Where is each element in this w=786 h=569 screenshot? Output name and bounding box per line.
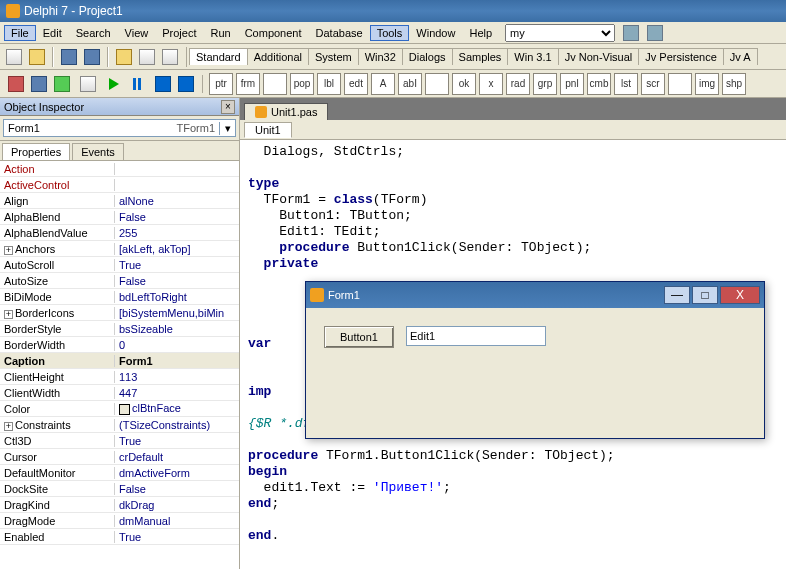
property-row[interactable]: DragKinddkDrag xyxy=(0,497,239,513)
component-pnl[interactable]: pnl xyxy=(560,73,584,95)
property-value[interactable]: (TSizeConstraints) xyxy=(115,419,239,431)
menu-view[interactable]: View xyxy=(118,25,156,41)
close-icon[interactable]: × xyxy=(221,100,235,114)
property-value[interactable]: dmManual xyxy=(115,515,239,527)
view-form-button[interactable] xyxy=(6,75,26,93)
palette-tab-jv-persistence[interactable]: Jv Persistence xyxy=(638,48,724,65)
property-row[interactable]: ActiveControl xyxy=(0,177,239,193)
property-value[interactable]: 113 xyxy=(115,371,239,383)
maximize-button[interactable]: □ xyxy=(692,286,718,304)
unit-tab[interactable]: Unit1 xyxy=(244,122,292,138)
property-row[interactable]: Ctl3DTrue xyxy=(0,433,239,449)
property-value[interactable]: 0 xyxy=(115,339,239,351)
chevron-down-icon[interactable]: ▾ xyxy=(219,122,235,135)
add-file-button[interactable] xyxy=(137,48,157,66)
menu-edit[interactable]: Edit xyxy=(36,25,69,41)
tab-properties[interactable]: Properties xyxy=(2,143,70,160)
property-row[interactable]: AutoSizeFalse xyxy=(0,273,239,289)
component-rad[interactable]: rad xyxy=(506,73,530,95)
form-designer-window[interactable]: Form1 — □ X Button1 Edit1 xyxy=(305,281,765,439)
open-project-button[interactable] xyxy=(114,48,134,66)
property-value[interactable]: [akLeft, akTop] xyxy=(115,243,239,255)
menu-component[interactable]: Component xyxy=(238,25,309,41)
property-row[interactable]: ClientWidth447 xyxy=(0,385,239,401)
toolbar-icon-2[interactable] xyxy=(645,24,665,42)
menu-project[interactable]: Project xyxy=(155,25,203,41)
toolbar-combo[interactable]: my xyxy=(505,24,615,42)
remove-file-button[interactable] xyxy=(160,48,180,66)
edit1-control[interactable]: Edit1 xyxy=(406,326,546,346)
save-all-button[interactable] xyxy=(82,48,102,66)
property-row[interactable]: DragModedmManual xyxy=(0,513,239,529)
toolbar-icon-1[interactable] xyxy=(621,24,641,42)
property-row[interactable]: DefaultMonitordmActiveForm xyxy=(0,465,239,481)
component-menu[interactable] xyxy=(263,73,287,95)
property-row[interactable]: +Constraints(TSizeConstraints) xyxy=(0,417,239,433)
property-row[interactable]: Action xyxy=(0,161,239,177)
tab-events[interactable]: Events xyxy=(72,143,124,160)
property-value[interactable]: Form1 xyxy=(115,355,239,367)
property-row[interactable]: AlphaBlendValue255 xyxy=(0,225,239,241)
open-button[interactable] xyxy=(27,48,47,66)
new-form-button[interactable] xyxy=(78,75,98,93)
component-ptr[interactable]: ptr xyxy=(209,73,233,95)
palette-tab-additional[interactable]: Additional xyxy=(247,48,309,65)
component-shp[interactable]: shp xyxy=(722,73,746,95)
property-row[interactable]: BorderStylebsSizeable xyxy=(0,321,239,337)
component-btn1[interactable] xyxy=(425,73,449,95)
component-scr2[interactable] xyxy=(668,73,692,95)
component-img[interactable]: img xyxy=(695,73,719,95)
component-edt[interactable]: edt xyxy=(344,73,368,95)
property-row[interactable]: DockSiteFalse xyxy=(0,481,239,497)
property-value[interactable]: 255 xyxy=(115,227,239,239)
close-button[interactable]: X xyxy=(720,286,760,304)
button1-control[interactable]: Button1 xyxy=(324,326,394,348)
expand-icon[interactable]: + xyxy=(4,246,13,255)
form-titlebar[interactable]: Form1 — □ X xyxy=(306,282,764,308)
property-value[interactable]: dmActiveForm xyxy=(115,467,239,479)
menu-help[interactable]: Help xyxy=(462,25,499,41)
menu-window[interactable]: Window xyxy=(409,25,462,41)
component-x[interactable]: x xyxy=(479,73,503,95)
property-row[interactable]: EnabledTrue xyxy=(0,529,239,545)
menu-database[interactable]: Database xyxy=(309,25,370,41)
property-row[interactable]: AutoScrollTrue xyxy=(0,257,239,273)
new-button[interactable] xyxy=(4,48,24,66)
palette-tab-samples[interactable]: Samples xyxy=(452,48,509,65)
property-value[interactable]: bdLeftToRight xyxy=(115,291,239,303)
property-value[interactable]: True xyxy=(115,531,239,543)
property-value[interactable]: clBtnFace xyxy=(115,402,239,415)
component-pop[interactable]: pop xyxy=(290,73,314,95)
property-value[interactable]: True xyxy=(115,435,239,447)
property-value[interactable]: dkDrag xyxy=(115,499,239,511)
property-row[interactable]: AlphaBlendFalse xyxy=(0,209,239,225)
view-unit-button[interactable] xyxy=(29,75,49,93)
toggle-form-button[interactable] xyxy=(52,75,72,93)
component-grp[interactable]: grp xyxy=(533,73,557,95)
property-value[interactable]: alNone xyxy=(115,195,239,207)
component-A[interactable]: A xyxy=(371,73,395,95)
menu-search[interactable]: Search xyxy=(69,25,118,41)
property-row[interactable]: BiDiModebdLeftToRight xyxy=(0,289,239,305)
property-value[interactable]: False xyxy=(115,275,239,287)
component-abI[interactable]: abI xyxy=(398,73,422,95)
palette-tab-win32[interactable]: Win32 xyxy=(358,48,403,65)
component-lst[interactable]: lst xyxy=(614,73,638,95)
menu-run[interactable]: Run xyxy=(203,25,237,41)
step-into-button[interactable] xyxy=(176,75,196,93)
property-row[interactable]: BorderWidth0 xyxy=(0,337,239,353)
palette-tab-win-3-1[interactable]: Win 3.1 xyxy=(507,48,558,65)
component-ok[interactable]: ok xyxy=(452,73,476,95)
run-button[interactable] xyxy=(104,75,124,93)
palette-tab-jv-non-visual[interactable]: Jv Non-Visual xyxy=(558,48,640,65)
property-value[interactable]: crDefault xyxy=(115,451,239,463)
property-row[interactable]: AlignalNone xyxy=(0,193,239,209)
pause-button[interactable] xyxy=(127,75,147,93)
step-over-button[interactable] xyxy=(153,75,173,93)
property-row[interactable]: ClientHeight113 xyxy=(0,369,239,385)
save-button[interactable] xyxy=(59,48,79,66)
palette-tab-standard[interactable]: Standard xyxy=(189,48,248,65)
expand-icon[interactable]: + xyxy=(4,310,13,319)
component-frm[interactable]: frm xyxy=(236,73,260,95)
menu-tools[interactable]: Tools xyxy=(370,25,410,41)
